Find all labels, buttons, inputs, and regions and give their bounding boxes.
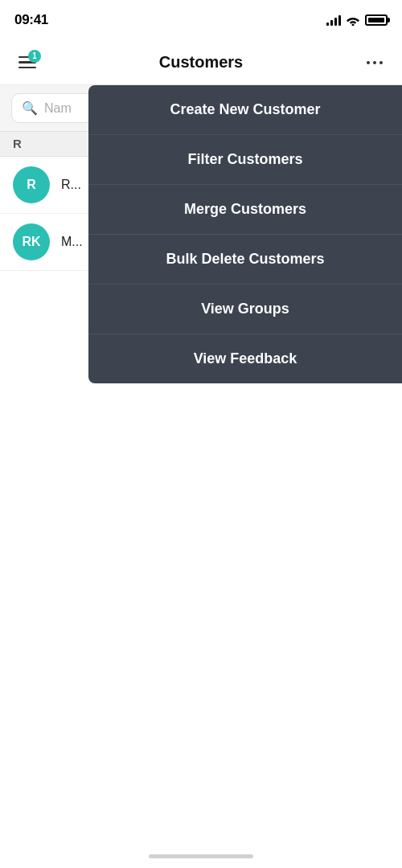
dropdown-menu: Create New Customer Filter Customers Mer… (88, 85, 402, 383)
svg-point-0 (352, 24, 355, 27)
wifi-icon (346, 14, 360, 26)
section-letter: R (13, 137, 22, 150)
notification-badge: 1 (28, 50, 41, 63)
search-icon: 🔍 (22, 100, 38, 116)
status-icons (326, 14, 388, 26)
page-title: Customers (159, 53, 243, 72)
status-bar: 09:41 (0, 0, 402, 40)
menu-item-label: Create New Customer (108, 101, 383, 118)
menu-item-bulk-delete-customers[interactable]: Bulk Delete Customers (88, 235, 402, 285)
search-placeholder: Nam (44, 101, 72, 116)
status-time: 09:41 (14, 12, 48, 28)
nav-bar: 1 Customers (0, 40, 402, 85)
more-button[interactable] (360, 48, 389, 77)
menu-item-view-groups[interactable]: View Groups (88, 285, 402, 334)
menu-item-filter-customers[interactable]: Filter Customers (88, 135, 402, 185)
menu-button[interactable]: 1 (13, 48, 42, 77)
menu-item-label: Merge Customers (108, 201, 383, 218)
menu-item-merge-customers[interactable]: Merge Customers (88, 185, 402, 235)
menu-item-label: View Feedback (108, 350, 383, 367)
menu-item-view-feedback[interactable]: View Feedback (88, 334, 402, 383)
ellipsis-icon (367, 61, 383, 64)
signal-icon (326, 14, 341, 26)
menu-item-label: Filter Customers (108, 151, 383, 168)
menu-item-create-new-customer[interactable]: Create New Customer (88, 85, 402, 135)
menu-item-label: View Groups (108, 301, 383, 317)
avatar: R (13, 166, 50, 203)
avatar: RK (13, 223, 50, 260)
battery-icon (365, 14, 388, 26)
menu-item-label: Bulk Delete Customers (108, 251, 383, 268)
home-indicator (149, 854, 253, 858)
